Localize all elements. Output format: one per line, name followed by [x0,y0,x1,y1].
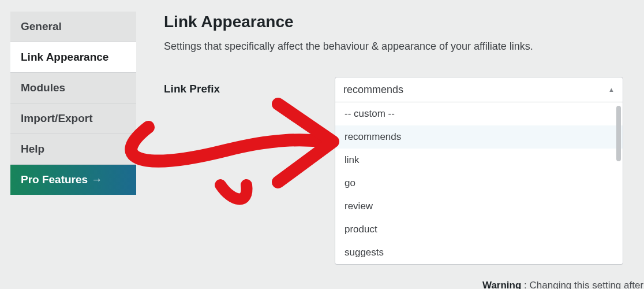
link-prefix-dropdown: -- custom -- recommends link go review p… [335,102,623,265]
sidebar-item-modules[interactable]: Modules [10,73,136,103]
page-description: Settings that specifically affect the be… [164,40,644,53]
sidebar-item-label: Modules [21,81,65,94]
setting-label: Link Prefix [164,77,335,95]
option-go[interactable]: go [335,172,623,195]
page-title: Link Appearance [164,13,644,31]
arrow-right-icon: → [91,173,102,186]
sidebar-item-label: General [21,20,62,32]
option-recommends[interactable]: recommends [335,125,623,149]
select-value: recommends [343,84,403,96]
setting-link-prefix: Link Prefix recommends ▲ -- custom -- re… [164,77,644,265]
link-prefix-select[interactable]: recommends ▲ [335,77,623,102]
option-review[interactable]: review [335,195,623,218]
sidebar-item-label: Import/Export [21,112,93,124]
main-panel: Link Appearance Settings that specifical… [147,0,644,289]
sidebar-item-label: Help [21,143,44,155]
sidebar-item-import-export[interactable]: Import/Export [10,103,136,134]
option-link[interactable]: link [335,149,623,172]
sidebar-item-label: Link Appearance [21,51,108,63]
option-custom[interactable]: -- custom -- [335,102,623,125]
option-suggests[interactable]: suggests [335,241,623,264]
sidebar-item-general[interactable]: General [10,12,136,42]
option-product[interactable]: product [335,218,623,241]
sidebar-item-help[interactable]: Help [10,134,136,165]
chevron-up-icon: ▲ [608,86,615,93]
warning-text: Warning : Changing this setting after yo… [482,280,644,289]
sidebar-item-label: Pro Features [21,173,88,186]
scrollbar-thumb[interactable] [616,106,621,161]
sidebar-item-link-appearance[interactable]: Link Appearance [10,42,136,73]
settings-sidebar: General Link Appearance Modules Import/E… [0,0,147,289]
sidebar-item-pro-features[interactable]: Pro Features→ [10,165,136,195]
